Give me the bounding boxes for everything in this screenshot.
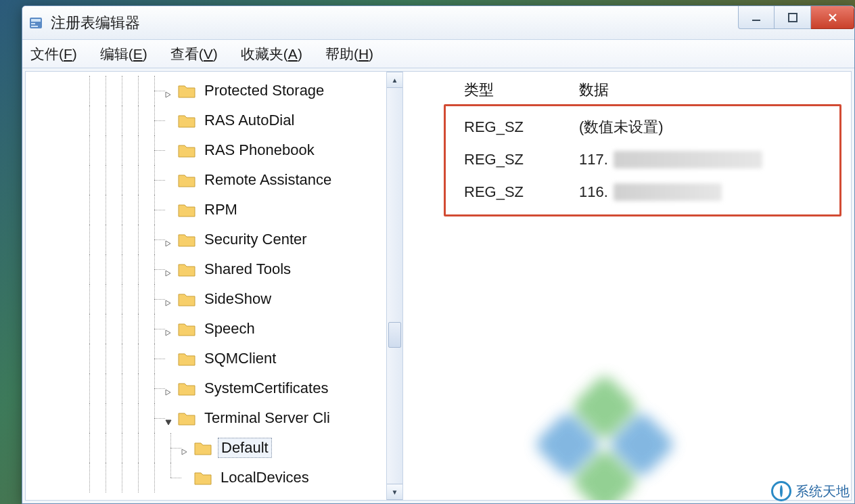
scroll-up-button[interactable]: ▲	[387, 72, 402, 88]
cell-data: (数值未设置)	[579, 117, 851, 137]
tree-item-ras-phonebook[interactable]: RAS Phonebook	[26, 135, 386, 165]
titlebar[interactable]: 注册表编辑器	[22, 6, 854, 40]
col-header-type[interactable]: 类型	[403, 80, 579, 100]
tree-item-shared-tools[interactable]: Shared Tools	[26, 254, 386, 284]
tree-item-remote-assistance[interactable]: Remote Assistance	[26, 165, 386, 195]
folder-icon	[177, 142, 196, 158]
cell-data-text: 117.	[579, 151, 608, 168]
expand-toggle-icon[interactable]	[164, 324, 173, 334]
svg-rect-1	[31, 19, 41, 22]
close-button[interactable]	[811, 6, 854, 29]
folder-icon	[177, 321, 196, 337]
folder-icon	[177, 172, 196, 188]
tree-item-localdevices[interactable]: LocalDevices	[26, 463, 386, 492]
cell-data-text: 116.	[579, 183, 608, 201]
expand-toggle-icon[interactable]	[164, 235, 173, 244]
tree-label: Default	[218, 438, 272, 458]
expand-toggle-icon[interactable]	[164, 86, 173, 95]
expand-toggle-icon[interactable]	[180, 443, 189, 453]
list-pane: 类型 数据 REG_SZ (数值未设置) REG_SZ 117.	[403, 72, 851, 500]
folder-icon	[177, 410, 196, 426]
svg-rect-2	[31, 23, 35, 24]
registry-editor-window: 注册表编辑器 文件(F) 编辑(E) 查看(V) 收藏夹(A) 帮助(H)	[22, 5, 855, 504]
tree-item-default[interactable]: Default	[26, 433, 386, 463]
content-area: Protected Storage RAS AutoDial RAS Phone…	[25, 71, 852, 501]
tree-pane: Protected Storage RAS AutoDial RAS Phone…	[26, 72, 403, 500]
svg-rect-3	[31, 26, 38, 27]
regedit-icon	[28, 15, 44, 31]
menu-help[interactable]: 帮助(H)	[321, 42, 377, 66]
collapse-toggle-icon[interactable]	[164, 413, 173, 423]
tree-label: Terminal Server Cli	[202, 409, 333, 428]
tree-label: SystemCertificates	[202, 379, 331, 398]
menu-edit[interactable]: 编辑(E)	[96, 42, 152, 66]
redacted-block	[614, 183, 722, 201]
menu-view[interactable]: 查看(V)	[166, 42, 222, 66]
cell-data-text: (数值未设置)	[579, 117, 664, 137]
tree-label: Shared Tools	[202, 260, 294, 279]
tree-label: Speech	[202, 319, 258, 338]
cell-data: 117.	[579, 151, 851, 168]
tree-label: RAS AutoDial	[202, 111, 297, 130]
menu-favorites[interactable]: 收藏夹(A)	[237, 42, 306, 66]
col-header-data[interactable]: 数据	[579, 80, 851, 100]
brand-label: 系统天地	[795, 482, 850, 501]
tree-item-rpm[interactable]: RPM	[26, 195, 386, 225]
svg-rect-4	[752, 20, 760, 21]
cell-type: REG_SZ	[403, 151, 579, 168]
folder-icon	[193, 469, 212, 486]
folder-icon	[193, 440, 212, 456]
expand-toggle-icon[interactable]	[164, 265, 173, 274]
cell-type: REG_SZ	[403, 183, 579, 201]
scroll-thumb[interactable]	[388, 322, 401, 348]
folder-icon	[177, 291, 196, 307]
menu-file[interactable]: 文件(F)	[26, 42, 81, 66]
tree-label: SideShow	[202, 290, 274, 308]
tree-item-sqmclient[interactable]: SQMClient	[26, 344, 386, 373]
tree-label: Remote Assistance	[202, 170, 334, 189]
list-header[interactable]: 类型 数据	[403, 74, 851, 107]
tree-label: Security Center	[202, 230, 310, 249]
folder-icon	[177, 112, 196, 129]
tree-scroll[interactable]: Protected Storage RAS AutoDial RAS Phone…	[26, 72, 386, 500]
tree-label: LocalDevices	[218, 468, 312, 487]
folder-icon	[177, 350, 196, 367]
maximize-button[interactable]	[775, 6, 811, 29]
window-title: 注册表编辑器	[51, 13, 140, 33]
cell-type: REG_SZ	[403, 118, 579, 136]
tree-item-terminal-server-client[interactable]: Terminal Server Cli	[26, 403, 386, 433]
list-row[interactable]: REG_SZ 116.	[403, 176, 851, 208]
redacted-block	[614, 151, 762, 168]
folder-icon	[177, 83, 196, 99]
tree-label: Protected Storage	[202, 81, 327, 100]
tree-item-ras-autodial[interactable]: RAS AutoDial	[26, 106, 386, 135]
folder-icon	[177, 261, 196, 277]
svg-rect-5	[789, 14, 797, 22]
menubar: 文件(F) 编辑(E) 查看(V) 收藏夹(A) 帮助(H)	[22, 40, 854, 68]
tree-label: RPM	[202, 200, 240, 219]
window-controls	[738, 6, 854, 29]
folder-icon	[177, 202, 196, 218]
tree-item-speech[interactable]: Speech	[26, 314, 386, 344]
tree-item-protected-storage[interactable]: Protected Storage	[26, 76, 386, 106]
folder-icon	[177, 231, 196, 248]
tree-label: RAS Phonebook	[202, 141, 317, 160]
cell-data: 116.	[579, 183, 851, 201]
watermark	[547, 369, 804, 500]
list-row[interactable]: REG_SZ 117.	[403, 143, 851, 176]
expand-toggle-icon[interactable]	[164, 384, 173, 393]
tree-item-sideshow[interactable]: SideShow	[26, 284, 386, 314]
list-row[interactable]: REG_SZ (数值未设置)	[403, 111, 851, 143]
tree-item-systemcertificates[interactable]: SystemCertificates	[26, 373, 386, 403]
tree-label: SQMClient	[202, 349, 279, 368]
expand-toggle-icon[interactable]	[164, 294, 173, 304]
minimize-button[interactable]	[738, 6, 775, 29]
folder-icon	[177, 380, 196, 396]
tree-scrollbar[interactable]: ▲ ▼	[386, 72, 402, 500]
brand-logo: 系统天地	[771, 481, 850, 501]
scroll-down-button[interactable]: ▼	[387, 484, 402, 500]
globe-icon	[771, 481, 791, 501]
tree-item-security-center[interactable]: Security Center	[26, 225, 386, 254]
